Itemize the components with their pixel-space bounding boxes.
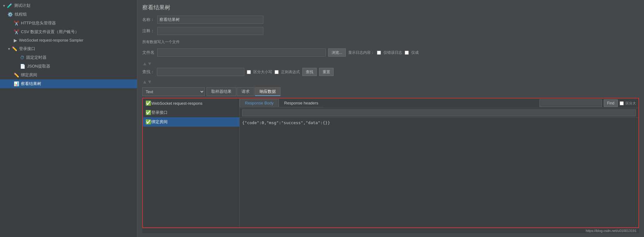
sidebar-item-label: 线程组 xyxy=(15,12,27,17)
ws-icon: ▶ xyxy=(14,38,17,43)
plan-icon: 🧪 xyxy=(7,3,12,8)
find-right-button[interactable]: Find xyxy=(604,99,618,107)
shield-ws-icon: ✅ xyxy=(145,100,151,106)
sidebar-item-bind-room[interactable]: ✏️ 绑定房间 xyxy=(0,71,137,79)
view-type-dropdown[interactable]: Text RegExp Tester CSS/JQuery Tester XPa… xyxy=(142,87,205,96)
response-search-input[interactable] xyxy=(242,109,636,116)
sidebar-item-timer[interactable]: ⏱ 固定定时器 xyxy=(0,53,137,62)
panel-title: 察看结果树 xyxy=(142,4,639,11)
tab-sampler-result[interactable]: 取样器结果 xyxy=(207,87,236,96)
thread-icon: ⚙️ xyxy=(7,12,13,17)
content-area: ✅ WebSocket request-respons ✅ 登录接口 ✅ 绑定房… xyxy=(142,98,639,228)
bind-icon: ✏️ xyxy=(14,73,19,78)
all-data-row: 所有数据写入一个文件 xyxy=(142,38,639,46)
list-item-ws[interactable]: ✅ WebSocket request-respons xyxy=(143,98,239,108)
search-label: 查找： xyxy=(142,69,154,75)
show-log-label: 显示日志内容： xyxy=(348,50,374,55)
comment-input[interactable] xyxy=(157,27,263,35)
case-right-checkbox[interactable] xyxy=(620,101,624,105)
sidebar-item-label: WebSocket request-response Sampler xyxy=(19,38,83,43)
json-icon: 📄 xyxy=(20,64,25,69)
tab-request[interactable]: 请求 xyxy=(237,87,254,96)
case-sensitive-label: 区分大小写 xyxy=(253,69,272,75)
sidebar-item-json-extractor[interactable]: 📄 JSON提取器 xyxy=(0,62,137,71)
sidebar-item-view-results[interactable]: 📊 察看结果树 xyxy=(0,79,137,88)
http-header-icon: ✂️ xyxy=(14,21,19,26)
sidebar-item-websocket[interactable]: ▶ WebSocket request-response Sampler xyxy=(0,36,137,44)
bottom-section: Text RegExp Tester CSS/JQuery Tester XPa… xyxy=(142,87,639,228)
sidebar-item-label: 登录接口 xyxy=(19,46,35,52)
shield-login-icon: ✅ xyxy=(145,110,151,115)
comment-row: 注释： xyxy=(142,27,639,35)
sidebar-item-label: 绑定房间 xyxy=(21,72,37,78)
status-url: https://blog.csdn.net/u010013191 xyxy=(586,229,637,233)
sidebar-item-csv-data[interactable]: ✂️ CSV 数据文件设置（用户账号） xyxy=(0,28,137,36)
response-tab-group: Response Body Response headers xyxy=(240,99,324,107)
only-success-label: 仅成 xyxy=(411,50,419,55)
right-search-input[interactable] xyxy=(539,99,602,107)
tab-response-data[interactable]: 响应数据 xyxy=(255,87,281,96)
arrow-icon: ▼ xyxy=(2,4,6,8)
name-label: 名称： xyxy=(142,17,155,23)
list-item-login[interactable]: ✅ 登录接口 xyxy=(143,108,239,117)
regex-checkbox[interactable] xyxy=(275,70,279,74)
list-item-bind[interactable]: ✅ 绑定房间 xyxy=(143,117,239,127)
only-error-checkbox[interactable] xyxy=(377,51,381,55)
tabs-dropdown-row: Text RegExp Tester CSS/JQuery Tester XPa… xyxy=(142,87,639,96)
reset-button[interactable]: 重置 xyxy=(319,68,334,76)
file-label: 文件名 xyxy=(142,50,155,55)
comment-label: 注释： xyxy=(142,28,155,34)
sidebar-item-label: CSV 数据文件设置（用户账号） xyxy=(21,29,79,35)
collapse-arrow-2[interactable]: ▲▼ xyxy=(142,79,639,85)
login-icon: ✏️ xyxy=(12,46,17,51)
timer-icon: ⏱ xyxy=(20,55,24,60)
main-container: ▼ 🧪 测试计划 ⚙️ 线程组 ✂️ HTTP信息头管理器 ✂️ CSV 数据文… xyxy=(0,0,644,237)
response-json: {"code":0,"msg":"success","data":{}} xyxy=(242,120,330,125)
search-options: 区分大小写 正则表达式 xyxy=(247,69,300,75)
only-error-label: 仅错误日志 xyxy=(383,50,402,55)
right-search-bar: Find 区分大 xyxy=(539,99,638,107)
case-right-label: 区分大 xyxy=(626,101,636,106)
sidebar-item-label: JSON提取器 xyxy=(27,63,50,69)
right-panel: 察看结果树 名称： 注释： 所有数据写入一个文件 文件名 浏览... 显示日志内… xyxy=(137,0,644,237)
sidebar-item-label: 测试计划 xyxy=(14,3,30,8)
list-item-label: 登录接口 xyxy=(151,110,168,115)
status-bar: https://blog.csdn.net/u010013191 xyxy=(142,228,639,233)
result-list: ✅ WebSocket request-respons ✅ 登录接口 ✅ 绑定房… xyxy=(143,98,240,227)
sidebar-item-thread-group[interactable]: ⚙️ 线程组 xyxy=(0,10,137,19)
list-item-label: 绑定房间 xyxy=(151,119,168,125)
all-data-label: 所有数据写入一个文件 xyxy=(142,39,180,45)
tab-response-body[interactable]: Response Body xyxy=(240,99,279,107)
shield-bind-icon: ✅ xyxy=(145,119,151,125)
find-button[interactable]: 查找 xyxy=(302,68,317,76)
name-input[interactable] xyxy=(157,16,263,24)
main-tab-group: 取样器结果 请求 响应数据 xyxy=(207,87,281,96)
sidebar-item-label: HTTP信息头管理器 xyxy=(21,20,56,26)
sidebar-item-login[interactable]: ▼ ✏️ 登录接口 xyxy=(0,44,137,53)
tab-response-headers[interactable]: Response headers xyxy=(279,99,324,107)
sidebar-item-http-header[interactable]: ✂️ HTTP信息头管理器 xyxy=(0,19,137,28)
response-content-area: Response Body Response headers Find 区分大 xyxy=(240,98,638,227)
search-input[interactable] xyxy=(157,68,244,76)
file-row: 文件名 浏览... 显示日志内容： 仅错误日志 仅成 xyxy=(142,48,639,57)
search-row: 查找： 区分大小写 正则表达式 查找 重置 xyxy=(142,68,639,76)
results-icon: 📊 xyxy=(14,81,19,86)
response-body-text: {"code":0,"msg":"success","data":{}} xyxy=(240,118,638,227)
sidebar-item-test-plan[interactable]: ▼ 🧪 测试计划 xyxy=(0,1,137,10)
case-sensitive-checkbox[interactable] xyxy=(247,70,251,74)
file-input[interactable] xyxy=(157,48,326,57)
list-item-label: WebSocket request-respons xyxy=(151,101,202,106)
regex-label: 正则表达式 xyxy=(281,69,300,75)
only-success-checkbox[interactable] xyxy=(405,51,409,55)
sidebar-item-label: 固定定时器 xyxy=(26,55,46,60)
arrow-icon: ▼ xyxy=(7,47,11,51)
sidebar-item-label: 察看结果树 xyxy=(21,81,41,87)
collapse-arrow-1[interactable]: ▲▼ xyxy=(142,61,639,67)
csv-icon: ✂️ xyxy=(14,29,19,34)
name-row: 名称： xyxy=(142,16,639,24)
sidebar: ▼ 🧪 测试计划 ⚙️ 线程组 ✂️ HTTP信息头管理器 ✂️ CSV 数据文… xyxy=(0,0,137,237)
browse-button[interactable]: 浏览... xyxy=(328,48,346,57)
